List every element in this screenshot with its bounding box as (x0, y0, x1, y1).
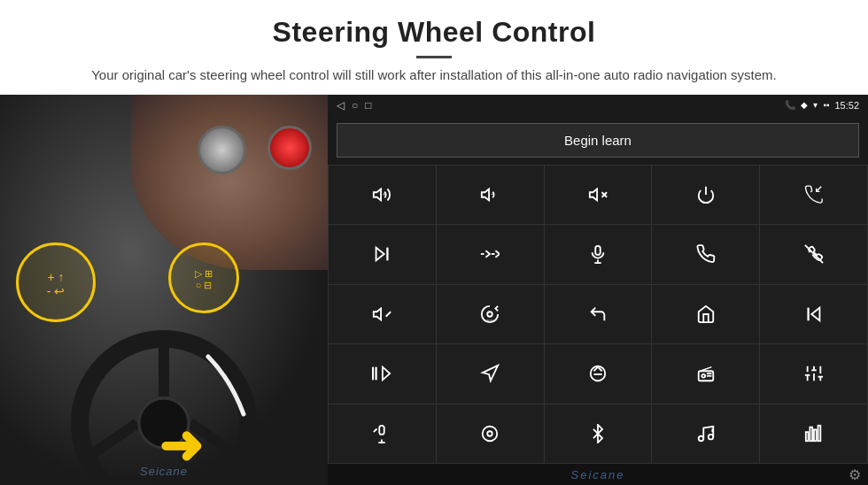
spectrum-button[interactable] (760, 404, 867, 464)
mic2-button[interactable] (329, 404, 436, 464)
svg-marker-5 (374, 189, 381, 200)
gear-button[interactable]: ⚙ (849, 466, 861, 483)
svg-rect-57 (805, 432, 808, 441)
vol-up-button[interactable]: + (329, 166, 436, 225)
svg-marker-7 (482, 189, 489, 200)
svg-rect-58 (810, 427, 812, 441)
camera-360-button[interactable]: 360° (437, 285, 544, 344)
music-button[interactable] (652, 404, 759, 464)
highlight-circle-left: + ↑ - ↩ (16, 242, 96, 322)
location-icon: ◆ (801, 100, 808, 110)
svg-rect-59 (814, 429, 817, 441)
page-wrapper: Steering Wheel Control Your original car… (0, 0, 868, 485)
power-button[interactable] (652, 166, 759, 225)
clock: 15:52 (834, 100, 859, 111)
svg-rect-60 (818, 426, 820, 441)
highlight-circle-right: ▷ ⊞ ○ ⊟ (168, 242, 239, 313)
bottom-bar: Seicane ⚙ (328, 464, 868, 485)
status-bar-indicators: 📞 ◆ ▾ ▪▪ 15:52 (785, 100, 859, 111)
svg-point-55 (709, 435, 714, 440)
mic-button[interactable] (545, 225, 652, 284)
svg-marker-14 (376, 248, 384, 261)
svg-point-54 (699, 436, 704, 442)
phone-prev-button[interactable] (760, 166, 867, 225)
skip-back-button[interactable] (760, 285, 867, 344)
settings-circle-button[interactable] (437, 404, 544, 464)
svg-line-23 (386, 312, 391, 317)
vol-down-button[interactable]: − (437, 166, 544, 225)
back-button[interactable] (545, 285, 652, 344)
svg-marker-22 (374, 308, 381, 319)
speaker-button[interactable] (329, 285, 436, 344)
svg-rect-48 (380, 426, 385, 435)
nav-back-icon[interactable]: ◁ (337, 99, 345, 112)
radio-button[interactable] (652, 344, 759, 404)
header-section: Steering Wheel Control Your original car… (0, 0, 868, 95)
svg-text:−: − (491, 190, 495, 198)
equalizer-button[interactable] (760, 344, 867, 404)
page-title: Steering Wheel Control (53, 16, 815, 49)
image-watermark: Seicane (140, 465, 188, 478)
wifi-icon: ▾ (813, 100, 818, 110)
controls-grid: + − (328, 165, 868, 465)
navigation-button[interactable] (437, 344, 544, 404)
home-button[interactable] (652, 285, 759, 344)
svg-point-24 (487, 312, 492, 317)
svg-point-52 (483, 427, 498, 442)
next-track-button[interactable] (329, 225, 436, 284)
svg-line-13 (816, 187, 821, 192)
begin-learn-row: Begin learn (328, 116, 868, 165)
mute-button[interactable] (545, 166, 652, 225)
svg-line-51 (374, 428, 377, 432)
nav-recent-icon[interactable]: □ (365, 99, 371, 112)
nav-home-icon[interactable]: ○ (352, 99, 358, 112)
phone-button[interactable] (652, 225, 759, 284)
svg-marker-31 (483, 366, 498, 381)
battery-icon: ▪▪ (823, 100, 829, 110)
gauge-left (198, 126, 246, 174)
begin-learn-button[interactable]: Begin learn (337, 123, 859, 158)
svg-text:360°: 360° (487, 319, 495, 323)
gauge-right (267, 126, 312, 170)
next-seek-button[interactable] (437, 225, 544, 284)
svg-point-35 (701, 374, 705, 378)
wheel-background: + ↑ - ↩ ▷ ⊞ ○ ⊟ ➜ Seicane (0, 95, 328, 486)
fast-fwd-button[interactable] (329, 344, 436, 404)
phone-end-button[interactable] (760, 225, 867, 284)
phone-status-icon: 📞 (785, 100, 795, 110)
svg-marker-26 (811, 307, 819, 320)
svg-rect-18 (595, 246, 601, 255)
svg-text:+: + (383, 191, 386, 197)
seicane-watermark: Seicane (510, 468, 686, 481)
steering-image: + ↑ - ↩ ▷ ⊞ ○ ⊟ ➜ Seicane (0, 95, 328, 486)
svg-marker-9 (590, 189, 597, 200)
eject-button[interactable] (545, 344, 652, 404)
title-divider (416, 56, 452, 58)
content-section: + ↑ - ↩ ▷ ⊞ ○ ⊟ ➜ Seicane (0, 95, 868, 486)
subtitle: Your original car's steering wheel contr… (71, 65, 797, 86)
svg-marker-28 (383, 367, 390, 381)
svg-point-53 (487, 431, 492, 436)
dashboard-area (131, 95, 328, 271)
bluetooth-button[interactable] (545, 404, 652, 464)
status-bar-nav: ◁ ○ □ (337, 99, 372, 112)
android-interface: ◁ ○ □ 📞 ◆ ▾ ▪▪ 15:52 Begin learn (328, 95, 868, 486)
status-bar: ◁ ○ □ 📞 ◆ ▾ ▪▪ 15:52 (328, 95, 868, 116)
